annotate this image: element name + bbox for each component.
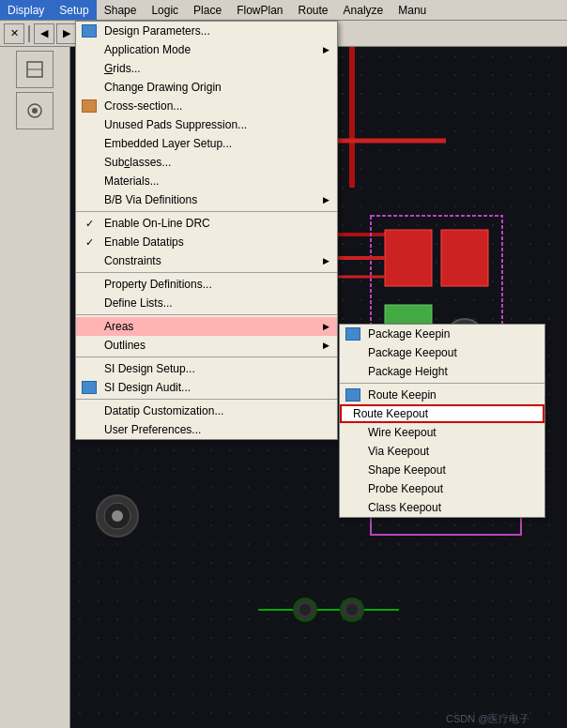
svg-point-39 — [299, 604, 311, 615]
menu-entry-outlines[interactable]: Outlines — [76, 336, 337, 355]
menu-entry-app-mode[interactable]: Application Mode — [76, 40, 337, 59]
submenu-route-keepout[interactable]: Route Keepout — [340, 404, 544, 423]
si-audit-icon — [82, 381, 97, 394]
svg-rect-23 — [441, 230, 488, 286]
pkg-keepin-icon — [345, 327, 360, 341]
panel-tool-1[interactable] — [16, 51, 54, 88]
submenu-wire-keepout[interactable]: Wire Keepout — [340, 423, 544, 442]
cross-section-icon — [82, 99, 97, 113]
menu-divider-4 — [76, 356, 337, 357]
menu-entry-embedded-layer[interactable]: Embedded Layer Setup... — [76, 134, 337, 153]
menu-entry-design-params[interactable]: Design Parameters... — [76, 22, 337, 40]
toolbar-back[interactable]: ◀ — [34, 23, 54, 44]
menu-shape[interactable]: Shape — [97, 0, 145, 20]
submenu-via-keepout[interactable]: Via Keepout — [340, 442, 544, 461]
menu-entry-property-defs[interactable]: Property Definitions... — [76, 275, 337, 294]
svg-point-41 — [346, 604, 358, 615]
submenu-class-keepout[interactable]: Class Keepout — [340, 498, 544, 517]
menu-entry-define-lists[interactable]: Define Lists... — [76, 294, 337, 312]
menu-entry-cross-section[interactable]: Cross-section... — [76, 97, 337, 115]
toolbar-forward[interactable]: ▶ — [56, 23, 77, 44]
menu-entry-datatips[interactable]: Enable Datatips — [76, 233, 337, 251]
menu-logic[interactable]: Logic — [144, 0, 186, 20]
menu-entry-unused-pads[interactable]: Unused Pads Suppression... — [76, 115, 337, 134]
svg-text:CSDN @医疗电子: CSDN @医疗电子 — [446, 713, 529, 724]
setup-dropdown-menu: Design Parameters... Application Mode Gr… — [75, 21, 338, 440]
route-keepin-icon — [345, 388, 360, 402]
menu-divider-1 — [76, 211, 337, 212]
menu-entry-change-origin[interactable]: Change Drawing Origin — [76, 78, 337, 97]
menu-place[interactable]: Place — [186, 0, 229, 20]
menu-divider-2 — [76, 272, 337, 273]
submenu-probe-keepout[interactable]: Probe Keepout — [340, 479, 544, 498]
menu-entry-grids[interactable]: Grids... — [76, 59, 337, 78]
svg-point-3 — [32, 108, 38, 114]
left-panel — [0, 47, 70, 728]
menu-entry-si-audit[interactable]: SI Design Audit... — [76, 378, 337, 397]
svg-point-20 — [112, 510, 123, 522]
menu-analyze[interactable]: Analyze — [336, 0, 391, 20]
submenu-route-keepin[interactable]: Route Keepin — [340, 386, 544, 404]
menu-divider-3 — [76, 314, 337, 315]
menu-entry-online-drc[interactable]: Enable On-Line DRC — [76, 214, 337, 233]
submenu-divider-1 — [340, 383, 544, 384]
menu-entry-bb-via[interactable]: B/B Via Definitions — [76, 190, 337, 209]
menu-divider-5 — [76, 399, 337, 400]
submenu-pkg-keepin[interactable]: Package Keepin — [340, 325, 544, 343]
menu-entry-areas[interactable]: Areas — [76, 317, 337, 336]
menu-entry-datatip-custom[interactable]: Datatip Customization... — [76, 402, 337, 420]
panel-tool-2[interactable] — [16, 92, 54, 129]
menu-entry-materials[interactable]: Materials... — [76, 172, 337, 190]
menu-bar: Display Setup Shape Logic Place FlowPlan… — [0, 0, 567, 21]
menu-entry-user-prefs[interactable]: User Preferences... — [76, 420, 337, 439]
menu-setup[interactable]: Setup — [52, 0, 96, 20]
menu-entry-constraints[interactable]: Constraints — [76, 251, 337, 270]
menu-route[interactable]: Route — [291, 0, 336, 20]
svg-rect-22 — [385, 230, 432, 286]
submenu-pkg-height[interactable]: Package Height — [340, 362, 544, 381]
submenu-pkg-keepout[interactable]: Package Keepout — [340, 343, 544, 362]
menu-manu[interactable]: Manu — [391, 0, 434, 20]
menu-flowplan[interactable]: FlowPlan — [229, 0, 290, 20]
menu-display[interactable]: Display — [0, 0, 52, 20]
toolbar-close[interactable]: ✕ — [4, 23, 24, 44]
toolbar-sep1 — [28, 25, 30, 42]
submenu-shape-keepout[interactable]: Shape Keepout — [340, 461, 544, 479]
menu-entry-subclasses[interactable]: Subclasses... — [76, 153, 337, 172]
areas-submenu: Package Keepin Package Keepout Package H… — [339, 324, 545, 518]
design-params-icon — [82, 24, 97, 38]
menu-entry-si-setup[interactable]: SI Design Setup... — [76, 359, 337, 378]
